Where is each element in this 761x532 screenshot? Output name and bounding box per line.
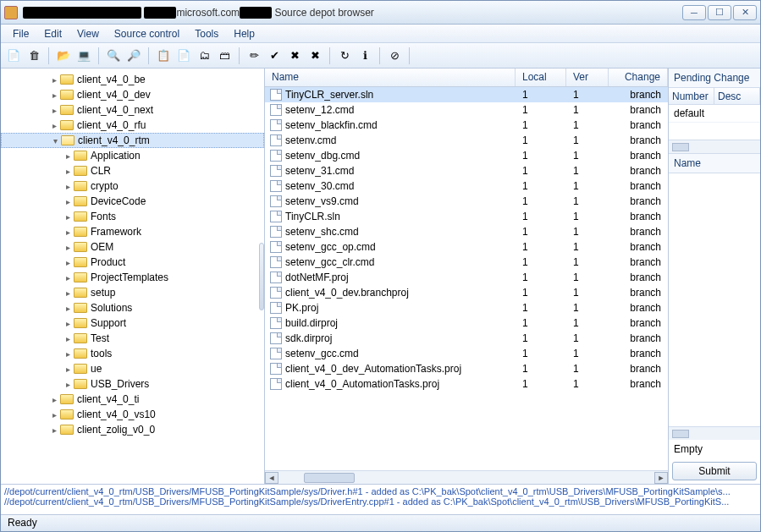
tree-item-client_v4_0_be[interactable]: ▸client_v4_0_be: [1, 72, 264, 87]
h-scrollbar[interactable]: ◄ ►: [265, 470, 668, 484]
tree-item-crypto[interactable]: ▸crypto: [1, 178, 264, 194]
tree-item-support[interactable]: ▸Support: [1, 315, 264, 331]
menu-help[interactable]: Help: [227, 26, 262, 41]
file-row[interactable]: build.dirproj11branch: [265, 315, 668, 331]
col-change[interactable]: Change: [609, 69, 668, 86]
toolbar-btn-2[interactable]: 📂: [54, 47, 73, 65]
expand-icon[interactable]: ▸: [48, 121, 60, 130]
tree-item-usb_drivers[interactable]: ▸USB_Drivers: [1, 376, 264, 392]
toolbar-btn-1[interactable]: 🗑: [25, 47, 43, 65]
tree-item-client_v4_0_vs10[interactable]: ▸client_v4_0_vs10: [1, 407, 264, 422]
tree-item-client_v4_0_next[interactable]: ▸client_v4_0_next: [1, 102, 264, 118]
log-line[interactable]: //depot/current/client_v4_0_rtm/USB_Driv…: [4, 496, 757, 507]
toolbar-btn-10[interactable]: ✏: [245, 47, 263, 65]
file-row[interactable]: setenv_gcc.cmd11branch: [265, 346, 668, 361]
toolbar-btn-8[interactable]: 🗂: [195, 47, 213, 65]
tree-item-framework[interactable]: ▸Framework: [1, 224, 264, 239]
toolbar-btn-6[interactable]: 📋: [154, 47, 173, 65]
tree-item-client_v4_0_rtm[interactable]: ▾client_v4_0_rtm: [1, 133, 264, 148]
file-row[interactable]: dotNetMF.proj11branch: [265, 270, 668, 285]
tree-item-devicecode[interactable]: ▸DeviceCode: [1, 194, 264, 209]
tree-item-client_v4_0_ti[interactable]: ▸client_v4_0_ti: [1, 392, 264, 407]
tree-item-clr[interactable]: ▸CLR: [1, 163, 264, 178]
names-hscroll[interactable]: [669, 426, 760, 440]
menu-view[interactable]: View: [70, 26, 106, 41]
submit-button[interactable]: Submit: [672, 462, 757, 480]
file-row[interactable]: setenv_blackfin.cmd11branch: [265, 118, 668, 133]
file-row[interactable]: client_v4_0_AutomationTasks.proj11branch: [265, 376, 668, 392]
file-row[interactable]: setenv_31.cmd11branch: [265, 163, 668, 178]
expand-icon[interactable]: ▸: [62, 380, 74, 389]
file-row[interactable]: sdk.dirproj11branch: [265, 331, 668, 346]
log-line[interactable]: //depot/current/client_v4_0_rtm/USB_Driv…: [4, 486, 757, 496]
output-log[interactable]: //depot/current/client_v4_0_rtm/USB_Driv…: [1, 484, 760, 514]
scroll-right-icon[interactable]: ►: [654, 472, 668, 484]
tree-item-product[interactable]: ▸Product: [1, 255, 264, 270]
expand-icon[interactable]: ▸: [48, 425, 60, 435]
expand-icon[interactable]: ▾: [49, 136, 61, 145]
toolbar-btn-0[interactable]: 📄: [4, 47, 23, 65]
menu-tools[interactable]: Tools: [188, 26, 225, 41]
file-row[interactable]: client_v4_0_dev.branchproj11branch: [265, 285, 668, 300]
file-row[interactable]: TinyCLR_server.sln11branch: [265, 87, 668, 102]
tree-item-fonts[interactable]: ▸Fonts: [1, 209, 264, 224]
expand-icon[interactable]: ▸: [62, 334, 74, 343]
scroll-left-icon[interactable]: ◄: [265, 472, 278, 484]
toolbar-btn-16[interactable]: ⊘: [385, 47, 404, 65]
expand-icon[interactable]: ▸: [62, 258, 74, 267]
tree-item-client_v4_0_rfu[interactable]: ▸client_v4_0_rfu: [1, 118, 264, 133]
toolbar-btn-7[interactable]: 📄: [174, 47, 193, 65]
file-row[interactable]: setenv_shc.cmd11branch: [265, 224, 668, 239]
expand-icon[interactable]: ▸: [62, 212, 74, 222]
tree-item-setup[interactable]: ▸setup: [1, 285, 264, 300]
file-row[interactable]: setenv_vs9.cmd11branch: [265, 194, 668, 209]
expand-icon[interactable]: ▸: [62, 273, 74, 282]
expand-icon[interactable]: ▸: [62, 304, 74, 313]
tree-item-test[interactable]: ▸Test: [1, 331, 264, 346]
expand-icon[interactable]: ▸: [62, 243, 74, 252]
splitter-grip[interactable]: [259, 243, 264, 310]
toolbar-btn-4[interactable]: 🔍: [104, 47, 123, 65]
tree-item-solutions[interactable]: ▸Solutions: [1, 300, 264, 315]
expand-icon[interactable]: ▸: [62, 365, 74, 374]
toolbar-btn-9[interactable]: 🗃: [215, 47, 234, 65]
file-row[interactable]: setenv_gcc_op.cmd11branch: [265, 239, 668, 255]
names-list[interactable]: [669, 173, 760, 426]
expand-icon[interactable]: ▸: [62, 182, 74, 191]
tree-item-client_v4_0_dev[interactable]: ▸client_v4_0_dev: [1, 87, 264, 102]
expand-icon[interactable]: ▸: [48, 90, 60, 100]
tree-item-ue[interactable]: ▸ue: [1, 361, 264, 376]
tree-pane[interactable]: ▸client_v4_0_be▸client_v4_0_dev▸client_v…: [1, 69, 265, 484]
expand-icon[interactable]: ▸: [62, 228, 74, 237]
col-number[interactable]: Number: [669, 88, 714, 104]
scroll-thumb[interactable]: [304, 473, 355, 483]
toolbar-btn-11[interactable]: ✔: [265, 47, 284, 65]
col-local[interactable]: Local: [516, 69, 566, 86]
expand-icon[interactable]: ▸: [62, 167, 74, 176]
expand-icon[interactable]: ▸: [62, 288, 74, 298]
toolbar-btn-13[interactable]: ✖: [306, 47, 324, 65]
tree-item-projecttemplates[interactable]: ▸ProjectTemplates: [1, 270, 264, 285]
pending-hscroll[interactable]: [669, 140, 760, 153]
expand-icon[interactable]: ▸: [62, 349, 74, 359]
tree-item-application[interactable]: ▸Application: [1, 148, 264, 163]
menu-file[interactable]: File: [6, 26, 36, 41]
tree-item-tools[interactable]: ▸tools: [1, 346, 264, 361]
tree-item-oem[interactable]: ▸OEM: [1, 239, 264, 255]
file-row[interactable]: setenv_30.cmd11branch: [265, 178, 668, 194]
toolbar-btn-3[interactable]: 💻: [74, 47, 93, 65]
minimize-button[interactable]: ─: [682, 5, 706, 20]
file-row[interactable]: setenv.cmd11branch: [265, 133, 668, 148]
file-row[interactable]: TinyCLR.sln11branch: [265, 209, 668, 224]
expand-icon[interactable]: ▸: [48, 410, 60, 420]
file-row[interactable]: PK.proj11branch: [265, 300, 668, 315]
close-button[interactable]: ✕: [733, 5, 757, 20]
menu-source-control[interactable]: Source control: [108, 26, 186, 41]
expand-icon[interactable]: ▸: [48, 395, 60, 404]
menu-edit[interactable]: Edit: [37, 26, 69, 41]
col-ver[interactable]: Ver: [566, 69, 609, 86]
expand-icon[interactable]: ▸: [62, 197, 74, 206]
toolbar-btn-15[interactable]: ℹ: [356, 47, 374, 65]
toolbar-btn-12[interactable]: ✖: [285, 47, 304, 65]
file-row[interactable]: setenv_dbg.cmd11branch: [265, 148, 668, 163]
